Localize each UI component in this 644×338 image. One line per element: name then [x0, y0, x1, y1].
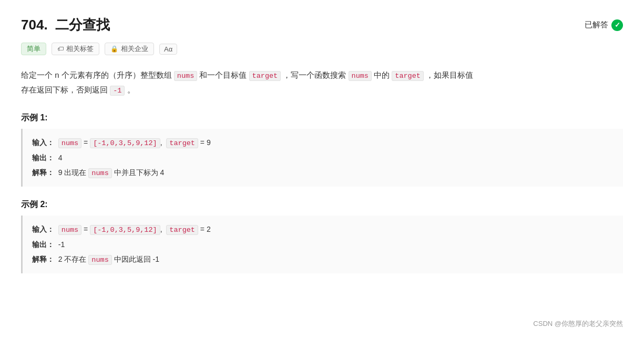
example2-output-line: 输出： -1 — [32, 237, 614, 252]
solved-badge: 已解答 ✓ — [585, 19, 623, 31]
code-target-1: target — [249, 71, 281, 81]
code-nums-1: nums — [174, 71, 197, 81]
problem-title: 704. 二分查找 — [21, 16, 110, 34]
example1-box: 输入： nums = [-1,0,3,5,9,12], target = 9 输… — [21, 129, 623, 187]
footer-text: CSDN @你憨厚的老父亲突然 — [533, 320, 623, 327]
solved-text: 已解答 — [585, 20, 608, 30]
example1-output-line: 输出： 4 — [32, 150, 614, 165]
difficulty-tag: 简单 — [21, 43, 46, 55]
example2-input-line: 输入： nums = [-1,0,3,5,9,12], target = 2 — [32, 222, 614, 237]
example1-explain-line: 解释： 9 出现在 nums 中并且下标为 4 — [32, 165, 614, 180]
example1-output-label: 输出： — [32, 153, 54, 162]
code-nums-ex1-exp: nums — [88, 168, 111, 178]
tags-row: 简单 🏷 相关标签 🔒 相关企业 Aα — [21, 43, 623, 55]
problem-name: 二分查找 — [55, 17, 110, 33]
code-nums-ex2: nums — [58, 225, 81, 235]
problem-description: 给定一个 n 个元素有序的（升序）整型数组 nums 和一个目标值 target… — [21, 68, 623, 98]
related-enterprise-button[interactable]: 🔒 相关企业 — [105, 43, 154, 55]
example2-title: 示例 2: — [21, 199, 623, 210]
check-icon: ✓ — [611, 19, 623, 31]
code-nums-ex2-exp: nums — [88, 255, 111, 265]
code-array-ex2: [-1,0,3,5,9,12] — [90, 225, 160, 235]
tag-label: 相关标签 — [66, 44, 94, 54]
title-row: 704. 二分查找 已解答 ✓ — [21, 16, 623, 34]
example2-output-value: -1 — [58, 240, 65, 249]
related-tags-button[interactable]: 🏷 相关标签 — [52, 43, 99, 55]
code-target-ex1: target — [166, 138, 198, 148]
enterprise-label: 相关企业 — [121, 44, 148, 54]
example2-explain-label: 解释： — [32, 255, 54, 263]
example2-box: 输入： nums = [-1,0,3,5,9,12], target = 2 输… — [21, 216, 623, 273]
example1-explain-label: 解释： — [32, 168, 54, 177]
tag-icon: 🏷 — [57, 45, 64, 53]
footer: CSDN @你憨厚的老父亲突然 — [533, 319, 623, 329]
code-nums-ex1: nums — [58, 138, 81, 148]
lock-icon: 🔒 — [110, 45, 118, 53]
example1-title: 示例 1: — [21, 112, 623, 124]
font-size-button[interactable]: Aα — [159, 44, 177, 55]
example2-explain-line: 解释： 2 不存在 nums 中因此返回 -1 — [32, 252, 614, 267]
code-array-ex1: [-1,0,3,5,9,12] — [90, 138, 160, 148]
problem-number: 704. — [21, 17, 48, 33]
example1-input-line: 输入： nums = [-1,0,3,5,9,12], target = 9 — [32, 135, 614, 150]
code-minus1-1: -1 — [110, 86, 125, 96]
example2-input-label: 输入： — [32, 225, 54, 233]
code-nums-2: nums — [349, 71, 372, 81]
code-target-ex2: target — [166, 225, 198, 235]
example1-output-value: 4 — [58, 153, 63, 162]
example1-input-label: 输入： — [32, 138, 54, 147]
example2-output-label: 输出： — [32, 240, 54, 249]
code-target-2: target — [392, 71, 424, 81]
